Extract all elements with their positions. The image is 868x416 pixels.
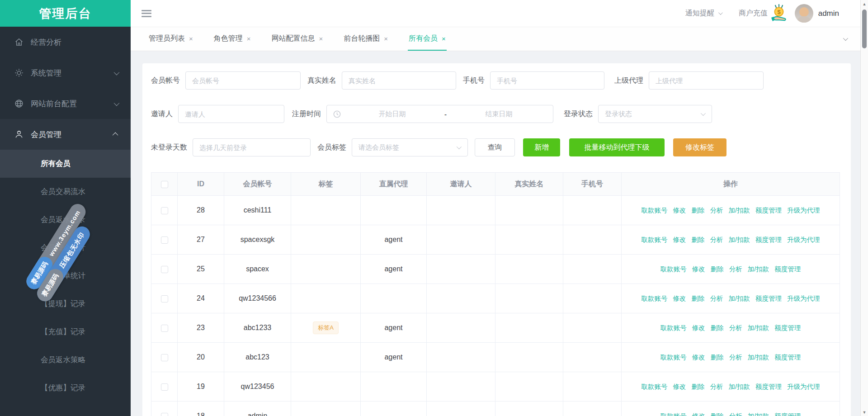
row-action-link[interactable]: 分析 [710, 236, 723, 243]
row-action-link[interactable]: 删除 [691, 383, 704, 390]
row-action-link[interactable]: 分析 [710, 295, 723, 302]
row-checkbox[interactable] [161, 236, 168, 244]
row-action-link[interactable]: 删除 [691, 295, 704, 302]
row-action-link[interactable]: 修改 [673, 236, 686, 243]
row-action-link[interactable]: 删除 [711, 412, 724, 416]
sidebar-subitem[interactable]: 【充值】记录 [0, 318, 131, 346]
row-action-link[interactable]: 删除 [711, 324, 724, 331]
sidebar-item-site-frontend-config[interactable]: 网站前台配置 [0, 88, 131, 119]
batch-move-button[interactable]: 批量移动到代理下级 [569, 138, 665, 156]
sidebar-subitem[interactable]: 所有会员 [0, 150, 131, 178]
row-action-link[interactable]: 额度管理 [774, 412, 801, 416]
tab-close-icon[interactable]: × [442, 35, 446, 43]
sidebar-item-system-management[interactable]: 系统管理 [0, 57, 131, 88]
sidebar-subitem[interactable]: 【优惠】记录 [0, 374, 131, 402]
phone-input[interactable] [490, 71, 604, 90]
row-checkbox[interactable] [161, 383, 168, 391]
row-action-link[interactable]: 删除 [691, 236, 704, 243]
row-action-link[interactable]: 修改 [692, 354, 705, 361]
sidebar-item-member-management[interactable]: 会员管理 [0, 119, 131, 150]
row-action-link[interactable]: 加/扣款 [728, 383, 750, 390]
search-button[interactable]: 查询 [475, 138, 515, 156]
row-action-link[interactable]: 额度管理 [755, 295, 782, 302]
tab-close-icon[interactable]: × [189, 35, 193, 43]
row-action-link[interactable]: 额度管理 [774, 265, 801, 273]
row-action-link[interactable]: 额度管理 [774, 324, 801, 331]
real-name-input[interactable] [342, 71, 456, 90]
row-action-link[interactable]: 加/扣款 [748, 354, 769, 361]
row-action-link[interactable]: 分析 [710, 207, 723, 214]
tab-item[interactable]: 管理员列表× [148, 27, 194, 51]
row-action-link[interactable]: 修改 [692, 265, 705, 273]
row-action-link[interactable]: 分析 [710, 383, 723, 390]
row-action-link[interactable]: 取款账号 [641, 295, 667, 302]
row-action-link[interactable]: 升级为代理 [787, 295, 820, 302]
merchant-recharge-button[interactable]: 商户充值 $ [739, 4, 788, 24]
sidebar-toggle-icon[interactable] [142, 10, 151, 17]
row-action-link[interactable]: 删除 [711, 354, 724, 361]
username-label[interactable]: admin [818, 9, 839, 18]
select-all-checkbox[interactable] [161, 181, 168, 188]
row-checkbox[interactable] [161, 325, 168, 332]
tab-close-icon[interactable]: × [319, 35, 323, 43]
row-action-link[interactable]: 额度管理 [755, 207, 782, 214]
row-action-link[interactable]: 加/扣款 [728, 295, 750, 302]
tab-item[interactable]: 网站配置信息× [271, 27, 324, 51]
row-action-link[interactable]: 分析 [729, 265, 742, 273]
register-time-range-input[interactable]: 开始日期 - 结束日期 [326, 105, 553, 123]
sidebar-subitem[interactable]: 【提现】记录 [0, 290, 131, 318]
row-checkbox[interactable] [161, 354, 168, 361]
row-action-link[interactable]: 取款账号 [641, 236, 667, 243]
row-action-link[interactable]: 取款账号 [641, 207, 667, 214]
row-action-link[interactable]: 额度管理 [755, 383, 782, 390]
row-action-link[interactable]: 加/扣款 [748, 412, 769, 416]
row-checkbox[interactable] [161, 207, 168, 214]
sidebar-subitem[interactable]: 会员交易流水 [0, 178, 131, 206]
tab-close-icon[interactable]: × [384, 35, 388, 43]
row-checkbox[interactable] [161, 413, 168, 416]
member-account-input[interactable] [185, 71, 301, 90]
notifications-dropdown[interactable]: 通知提醒 [685, 9, 722, 18]
scrollbar-thumb[interactable] [862, 9, 867, 48]
tab-close-icon[interactable]: × [247, 35, 251, 43]
add-button[interactable]: 新增 [523, 138, 560, 156]
no-login-days-input[interactable] [193, 138, 311, 156]
row-action-link[interactable]: 加/扣款 [728, 207, 750, 214]
row-action-link[interactable]: 取款账号 [660, 354, 687, 361]
member-tag-select[interactable]: 请选会员标签 [352, 138, 468, 156]
tab-item[interactable]: 角色管理× [213, 27, 252, 51]
row-action-link[interactable]: 修改 [673, 383, 686, 390]
row-action-link[interactable]: 分析 [729, 354, 742, 361]
row-action-link[interactable]: 删除 [691, 207, 704, 214]
row-action-link[interactable]: 修改 [673, 207, 686, 214]
sidebar-item-business-analysis[interactable]: 经营分析 [0, 27, 131, 57]
row-action-link[interactable]: 删除 [711, 265, 724, 273]
row-action-link[interactable]: 加/扣款 [748, 265, 769, 273]
row-action-link[interactable]: 额度管理 [755, 236, 782, 243]
row-action-link[interactable]: 分析 [729, 412, 742, 416]
inviter-input[interactable] [178, 105, 284, 123]
row-checkbox[interactable] [161, 266, 168, 273]
row-action-link[interactable]: 修改 [673, 295, 686, 302]
edit-tag-button[interactable]: 修改标签 [673, 138, 726, 156]
user-avatar[interactable] [795, 4, 813, 23]
row-action-link[interactable]: 加/扣款 [748, 324, 769, 331]
row-action-link[interactable]: 分析 [729, 324, 742, 331]
row-action-link[interactable]: 取款账号 [641, 383, 667, 390]
row-action-link[interactable]: 修改 [692, 412, 705, 416]
row-action-link[interactable]: 取款账号 [660, 412, 687, 416]
row-action-link[interactable]: 升级为代理 [787, 383, 820, 390]
row-action-link[interactable]: 修改 [692, 324, 705, 331]
row-action-link[interactable]: 加/扣款 [728, 236, 750, 243]
row-action-link[interactable]: 额度管理 [774, 354, 801, 361]
scrollbar-down-arrow[interactable]: ▼ [861, 408, 868, 416]
tab-overflow-button[interactable] [836, 27, 854, 51]
row-action-link[interactable]: 升级为代理 [787, 236, 820, 243]
row-action-link[interactable]: 取款账号 [660, 324, 687, 331]
parent-agent-input[interactable] [649, 71, 764, 90]
row-action-link[interactable]: 取款账号 [660, 265, 687, 273]
row-action-link[interactable]: 升级为代理 [787, 207, 820, 214]
login-status-select[interactable]: 登录状态 [598, 105, 712, 123]
tab-item[interactable]: 前台轮播图× [343, 27, 389, 51]
scrollbar-up-arrow[interactable]: ▲ [861, 0, 868, 8]
